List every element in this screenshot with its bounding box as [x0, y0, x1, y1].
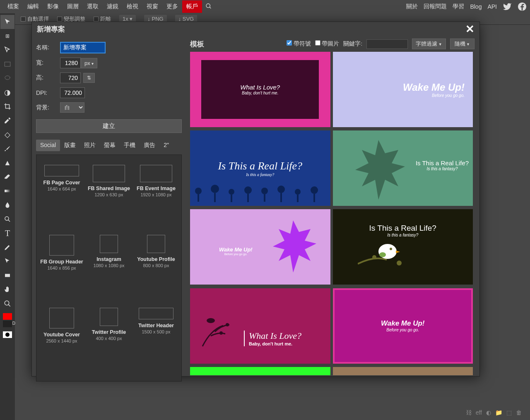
svg-point-9 [5, 301, 9, 305]
text-tool[interactable]: T [0, 226, 14, 240]
name-input[interactable] [60, 42, 106, 53]
tab-print[interactable]: 版畫 [60, 140, 80, 151]
with-image-checkbox[interactable]: 帶圖片 [315, 40, 340, 48]
tab-screen[interactable]: 螢幕 [100, 140, 120, 151]
template-card[interactable]: Wake Me Up!Before you go go. [333, 52, 473, 127]
preset-item[interactable]: Twitter Profile400 x 400 px [85, 303, 132, 376]
magic-select-tool[interactable]: ◑ [0, 85, 14, 99]
new-layer-icon[interactable]: ⬚ [506, 409, 512, 416]
crop-tool[interactable] [0, 99, 14, 113]
svg-point-31 [372, 255, 376, 259]
random-button[interactable]: 隨機 [450, 39, 475, 49]
preset-item[interactable]: FB Shared Image1200 x 630 px [85, 160, 132, 230]
svg-point-32 [207, 318, 215, 323]
template-card[interactable]: What Is Love?Baby, don't hurt me. [190, 52, 330, 127]
svg-line-7 [8, 220, 10, 222]
menu-layer[interactable]: 圖層 [63, 0, 83, 13]
menu-edit[interactable]: 編輯 [23, 0, 43, 13]
preset-item[interactable]: FB Page Cover1640 x 664 px [38, 160, 85, 230]
preset-category-tabs: Social 版畫 照片 螢幕 手機 廣告 2" [36, 140, 182, 151]
dpi-input[interactable] [60, 87, 85, 98]
dialog-left-panel: 名稱: 寬: px 高: ⇅ DPI: 背景: 白 建立 [32, 36, 186, 376]
menu-more[interactable]: 更多 [162, 0, 182, 13]
zoom-tool[interactable] [0, 297, 14, 311]
svg-point-25 [311, 186, 318, 194]
link-report[interactable]: 回報問題 [424, 3, 447, 10]
svg-point-33 [226, 323, 229, 326]
link-about[interactable]: 關於 [406, 3, 418, 10]
bg-select[interactable]: 白 [60, 102, 84, 113]
facebook-icon[interactable] [518, 2, 527, 11]
close-icon[interactable]: ✕ [465, 23, 475, 36]
hand-tool[interactable] [0, 282, 14, 297]
lasso-tool[interactable] [0, 71, 14, 85]
link-api[interactable]: API [487, 3, 497, 10]
heal-tool[interactable]: ◇ [0, 128, 14, 142]
background-color-swatch[interactable] [3, 321, 12, 327]
link-blog[interactable]: Blog [470, 3, 482, 10]
template-card[interactable]: Is This a Real Life?Is this a fantasy? [333, 209, 473, 285]
unit-select[interactable]: px [81, 58, 97, 68]
preset-item[interactable]: Twitter Header1500 x 500 px [132, 303, 180, 376]
trash-icon[interactable]: 🗑 [516, 409, 522, 416]
template-card[interactable]: Wake Me Up!Before you go go. [190, 209, 330, 285]
template-card[interactable] [333, 367, 473, 375]
blur-tool[interactable] [0, 198, 14, 212]
menu-view[interactable]: 檢視 [123, 0, 142, 13]
quickmask-icon[interactable] [3, 331, 12, 338]
svg-rect-18 [247, 194, 249, 202]
gradient-tool[interactable] [0, 184, 14, 198]
path-select-tool[interactable] [0, 254, 14, 268]
template-card[interactable]: Wake Me Up!Before you go go. [333, 288, 473, 364]
eyedropper-tool[interactable] [0, 113, 14, 128]
select-tool[interactable] [0, 43, 14, 57]
tab-photo[interactable]: 照片 [80, 140, 100, 151]
preset-item[interactable]: FB Event Image1920 x 1080 px [132, 160, 180, 230]
tab-social[interactable]: Social [36, 140, 60, 151]
link-icon[interactable]: ⛓ [466, 409, 472, 416]
mask-button-icon[interactable]: ◐ [486, 409, 491, 416]
with-symbol-checkbox[interactable]: 帶符號 [287, 40, 311, 48]
template-card[interactable]: Is This a Real Life?Is this a fantasy? [190, 130, 330, 206]
twitter-icon[interactable] [503, 2, 512, 11]
tab-ads[interactable]: 廣告 [140, 140, 159, 151]
pen-tool[interactable] [0, 240, 14, 254]
keyword-input[interactable] [366, 39, 408, 49]
font-filter-button[interactable]: 字體過濾 [412, 39, 446, 49]
preset-item[interactable]: Youtube Cover2560 x 1440 px [38, 303, 85, 376]
svg-point-30 [397, 261, 402, 266]
menu-file[interactable]: 檔案 [3, 0, 23, 13]
preset-item[interactable]: Youtube Profile800 x 800 px [132, 230, 180, 303]
eraser-tool[interactable] [0, 170, 14, 184]
eff-label[interactable]: eff [476, 409, 482, 416]
width-input[interactable] [60, 58, 81, 68]
link-learn[interactable]: 學習 [453, 3, 464, 10]
preset-item[interactable]: Instagram1080 x 1080 px [85, 230, 132, 303]
dodge-tool[interactable] [0, 212, 14, 226]
templates-title: 模板 [190, 39, 204, 49]
clone-tool[interactable]: ▲ [0, 156, 14, 170]
artboard-tool[interactable]: ⊞ [0, 29, 14, 43]
foreground-color-swatch[interactable] [3, 313, 12, 320]
template-card[interactable]: What Is Love?Baby, don't hurt me. [190, 288, 330, 364]
tab-mobile[interactable]: 手機 [120, 140, 140, 151]
preset-item[interactable]: FB Group Header1640 x 856 px [38, 230, 85, 303]
menu-select[interactable]: 選取 [83, 0, 103, 13]
search-icon[interactable] [205, 3, 212, 11]
shape-tool[interactable] [0, 268, 14, 282]
menu-account[interactable]: 帳戶 [182, 0, 202, 13]
height-input[interactable] [60, 72, 81, 83]
tab-more[interactable]: 2" [159, 140, 173, 151]
brush-tool[interactable] [0, 142, 14, 156]
folder-icon[interactable]: 📁 [495, 409, 502, 416]
template-card[interactable] [190, 367, 330, 375]
move-tool[interactable] [0, 15, 14, 29]
marquee-tool[interactable] [0, 57, 14, 71]
template-card[interactable]: Is This a Real Life?Is this a fantasy? [333, 130, 473, 206]
menu-window[interactable]: 視窗 [142, 0, 162, 13]
menu-filter[interactable]: 濾鏡 [103, 0, 123, 13]
create-button[interactable]: 建立 [36, 119, 182, 133]
menu-image[interactable]: 影像 [43, 0, 63, 13]
swap-dimensions-button[interactable]: ⇅ [83, 73, 95, 83]
dialog-right-panel: 模板 帶符號 帶圖片 關鍵字: 字體過濾 隨機 What Is Love?Bab… [186, 36, 479, 376]
